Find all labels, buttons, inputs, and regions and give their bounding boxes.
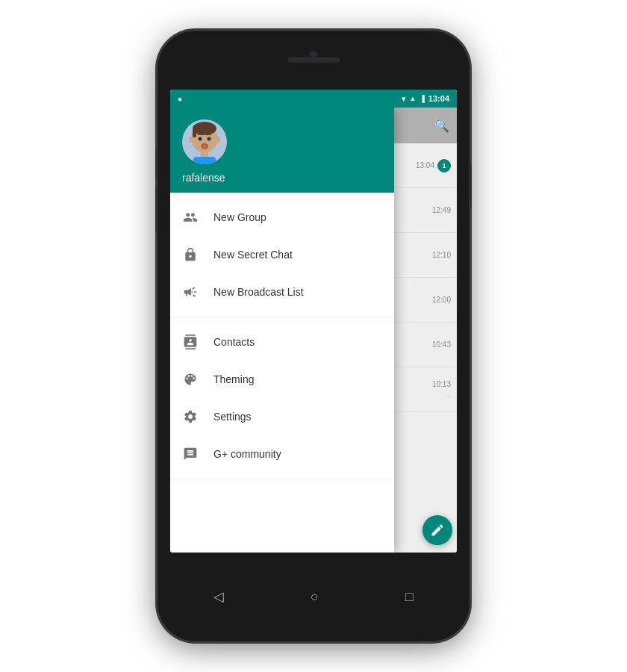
contact-icon bbox=[182, 334, 199, 350]
svg-rect-10 bbox=[193, 157, 216, 164]
chat-item-4[interactable]: 12:00 bbox=[394, 278, 457, 323]
chat-time-2: 12:49 bbox=[432, 206, 451, 214]
new-broadcast-list-label: New Broadcast List bbox=[213, 286, 304, 298]
notification-icon: ● bbox=[178, 95, 182, 103]
svg-point-8 bbox=[216, 137, 220, 143]
compose-fab[interactable] bbox=[422, 515, 452, 545]
svg-point-6 bbox=[202, 144, 208, 149]
chat-header: 🔍 bbox=[394, 108, 457, 143]
recent-button[interactable]: □ bbox=[405, 589, 414, 605]
chat-time-4: 12:00 bbox=[432, 296, 451, 304]
chat-time-3: 12:10 bbox=[432, 251, 451, 259]
menu-item-contacts[interactable]: Contacts bbox=[170, 323, 394, 361]
bottom-nav-bar: ◁ ○ □ bbox=[170, 578, 457, 615]
chat-truncated-6: ... bbox=[445, 391, 451, 399]
contacts-label: Contacts bbox=[213, 336, 255, 348]
search-icon[interactable]: 🔍 bbox=[434, 119, 449, 133]
menu-item-settings[interactable]: Settings bbox=[170, 398, 394, 435]
svg-rect-9 bbox=[201, 151, 208, 157]
new-secret-chat-label: New Secret Chat bbox=[213, 249, 293, 261]
menu-item-new-broadcast-list[interactable]: New Broadcast List bbox=[170, 273, 394, 311]
chat-item-5[interactable]: 10:43 bbox=[394, 323, 457, 367]
svg-point-3 bbox=[199, 137, 202, 141]
community-icon bbox=[182, 446, 199, 462]
chat-time-6: 10:13 bbox=[432, 380, 451, 388]
home-button[interactable]: ○ bbox=[311, 589, 319, 605]
menu-section-1: New Group New Secret Chat bbox=[170, 193, 394, 317]
menu-item-community[interactable]: G+ community bbox=[170, 435, 394, 473]
battery-icon: ▐ bbox=[419, 95, 424, 102]
back-button[interactable]: ◁ bbox=[213, 588, 224, 605]
theming-label: Theming bbox=[213, 373, 254, 385]
avatar bbox=[182, 119, 227, 164]
new-group-label: New Group bbox=[213, 211, 266, 223]
chat-panel: 🔍 13:04 1 12:49 12:10 bbox=[394, 108, 457, 553]
menu-item-new-secret-chat[interactable]: New Secret Chat bbox=[170, 236, 394, 273]
settings-label: Settings bbox=[213, 411, 252, 423]
broadcast-icon bbox=[182, 284, 199, 300]
wifi-icon: ▾ bbox=[402, 94, 406, 104]
menu-item-theming[interactable]: Theming bbox=[170, 361, 394, 398]
drawer-header: rafalense bbox=[170, 108, 394, 193]
svg-point-4 bbox=[208, 137, 211, 141]
chat-item-1[interactable]: 13:04 1 bbox=[394, 143, 457, 188]
chat-time-5: 10:43 bbox=[432, 340, 451, 349]
menu-section-2: Contacts Theming bbox=[170, 317, 394, 479]
svg-point-7 bbox=[189, 137, 193, 143]
chat-item-6[interactable]: 10:13 ... bbox=[394, 367, 457, 412]
status-bar: ● ▾ ▲ ▐ 13:04 bbox=[170, 90, 457, 108]
signal-icon: ▲ bbox=[410, 95, 417, 102]
chat-item-3[interactable]: 12:10 bbox=[394, 233, 457, 278]
drawer-menu: New Group New Secret Chat bbox=[170, 193, 394, 553]
lock-icon bbox=[182, 246, 199, 263]
chat-time-1: 13:04 bbox=[416, 161, 434, 169]
nav-drawer: rafalense New G bbox=[170, 108, 394, 553]
palette-icon bbox=[182, 371, 199, 388]
community-label: G+ community bbox=[213, 448, 281, 460]
settings-icon bbox=[182, 408, 199, 425]
chat-list: 13:04 1 12:49 12:10 12:00 bbox=[394, 143, 457, 553]
status-time: 13:04 bbox=[428, 94, 449, 103]
svg-rect-2 bbox=[193, 128, 196, 137]
chat-badge-1: 1 bbox=[437, 159, 451, 172]
username-label: rafalense bbox=[182, 172, 382, 184]
chat-item-2[interactable]: 12:49 bbox=[394, 188, 457, 233]
menu-item-new-group[interactable]: New Group bbox=[170, 199, 394, 236]
group-icon bbox=[182, 209, 199, 225]
